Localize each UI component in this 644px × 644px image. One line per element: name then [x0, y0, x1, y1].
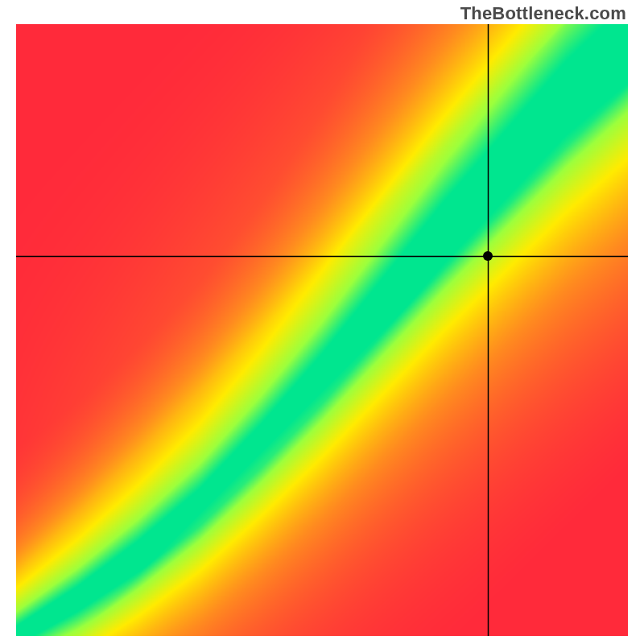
- watermark-text: TheBottleneck.com: [460, 3, 626, 24]
- heatmap-plot: [16, 24, 628, 636]
- chart-container: TheBottleneck.com: [0, 0, 644, 644]
- heatmap-canvas: [16, 24, 628, 636]
